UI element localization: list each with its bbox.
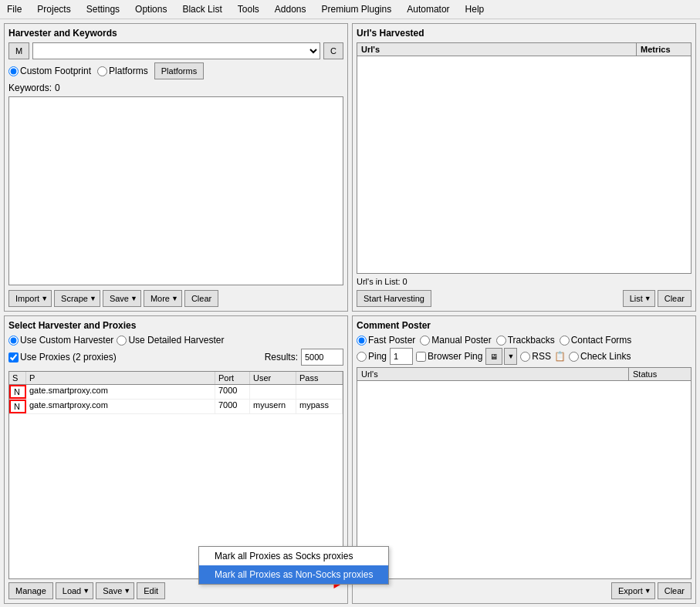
footprint-options: Custom Footprint Platforms Platforms xyxy=(8,62,343,79)
proxy-row[interactable]: N gate.smartproxy.com 7000 myusern mypas… xyxy=(9,400,343,414)
manual-poster-radio[interactable]: Manual Poster xyxy=(420,335,491,346)
urls-clear-button[interactable]: Clear xyxy=(658,290,692,307)
menu-projects[interactable]: Projects xyxy=(34,2,73,16)
context-menu-non-socks[interactable]: Mark all Proxies as Non-Socks proxies xyxy=(199,565,388,584)
urls-panel-bottom: Start Harvesting List ▼ Clear xyxy=(357,290,692,307)
proxies-title: Select Harvester and Proxies xyxy=(8,320,343,331)
load-button[interactable]: Load ▼ xyxy=(56,582,93,599)
col-s: S xyxy=(9,372,26,384)
harvester-bottom: Import ▼ Scrape ▼ Save ▼ More ▼ Clear xyxy=(8,290,343,307)
save-arrow: ▼ xyxy=(130,295,137,302)
menu-tools[interactable]: Tools xyxy=(235,2,262,16)
import-button[interactable]: Import ▼ xyxy=(8,290,52,307)
keywords-count: 0 xyxy=(55,83,60,93)
import-arrow: ▼ xyxy=(41,295,48,302)
browser-ping-icon[interactable]: 🖥 xyxy=(485,348,502,365)
urls-table-header: Url's Metrics xyxy=(357,43,691,56)
load-arrow: ▼ xyxy=(83,587,90,595)
ping-row: Ping Browser Ping 🖥 ▼ RSS 📋 Check Links xyxy=(357,348,692,365)
col-user: User xyxy=(250,372,296,384)
comment-col-urls: Url's xyxy=(357,368,629,380)
col-urls: Url's xyxy=(357,43,637,56)
harvester-type-row: Use Custom Harvester Use Detailed Harves… xyxy=(8,335,343,346)
proxies-save-button[interactable]: Save ▼ xyxy=(96,582,134,599)
ping-input[interactable] xyxy=(390,348,413,365)
platforms-button[interactable]: Platforms xyxy=(154,62,204,79)
menu-options[interactable]: Options xyxy=(132,2,170,16)
list-arrow: ▼ xyxy=(644,295,651,302)
start-harvesting-button[interactable]: Start Harvesting xyxy=(357,290,431,307)
urls-table: Url's Metrics xyxy=(357,42,692,274)
main-container: Harvester and Keywords M C Custom Footpr… xyxy=(0,19,700,607)
comment-poster-title: Comment Poster xyxy=(357,320,692,331)
rss-icons: 📋 xyxy=(554,351,566,362)
comment-poster-panel: Comment Poster Fast Poster Manual Poster… xyxy=(352,315,696,604)
proxies-save-arrow: ▼ xyxy=(123,587,130,595)
urls-panel: Url's Harvested Url's Metrics Url's in L… xyxy=(352,23,696,312)
comment-table-header: Url's Status xyxy=(357,368,691,381)
menu-automator[interactable]: Automator xyxy=(404,2,452,16)
proxy-rows-container: N gate.smartproxy.com 7000 N gate.smartp… xyxy=(9,385,343,414)
scrape-arrow: ▼ xyxy=(90,295,96,302)
keywords-box[interactable] xyxy=(8,96,343,285)
manage-button[interactable]: Manage xyxy=(8,582,53,599)
use-proxies-checkbox[interactable]: Use Proxies (2 proxies) xyxy=(8,352,117,363)
urls-title: Url's Harvested xyxy=(357,28,692,39)
menu-help[interactable]: Help xyxy=(462,2,488,16)
scrape-button[interactable]: Scrape ▼ xyxy=(54,290,100,307)
col-port: Port xyxy=(215,372,250,384)
check-links-radio[interactable]: Check Links xyxy=(569,351,631,362)
custom-harvester-radio[interactable]: Use Custom Harvester xyxy=(8,335,113,346)
contact-forms-radio[interactable]: Contact Forms xyxy=(560,335,632,346)
ping-radio[interactable]: Ping xyxy=(357,351,387,362)
export-button[interactable]: Export ▼ xyxy=(611,582,655,599)
more-arrow: ▼ xyxy=(171,295,178,302)
edit-button[interactable]: Edit xyxy=(137,582,165,599)
c-button[interactable]: C xyxy=(323,42,343,59)
browser-ping-checkbox[interactable]: Browser Ping xyxy=(416,351,482,362)
urls-in-list: Url's in List: 0 xyxy=(357,277,692,286)
proxy-row[interactable]: N gate.smartproxy.com 7000 xyxy=(9,385,343,400)
browser-ping-dropdown[interactable]: ▼ xyxy=(504,348,517,365)
menu-settings[interactable]: Settings xyxy=(83,2,123,16)
results-label: Results: xyxy=(265,352,298,363)
harvester-clear-button[interactable]: Clear xyxy=(184,290,218,307)
col-pass: Pass xyxy=(296,372,343,384)
save-button[interactable]: Save ▼ xyxy=(103,290,141,307)
proxies-options-row: Use Proxies (2 proxies) Results: xyxy=(8,349,343,366)
comment-urls-table: Url's Status xyxy=(357,367,692,579)
menu-addons[interactable]: Addons xyxy=(272,2,309,16)
poster-options: Fast Poster Manual Poster Trackbacks Con… xyxy=(357,335,692,346)
footprint-select[interactable] xyxy=(32,42,320,59)
context-menu-socks[interactable]: Mark all Proxies as Socks proxies xyxy=(199,547,388,565)
harvester-panel: Harvester and Keywords M C Custom Footpr… xyxy=(4,23,348,312)
proxy-table-header: S P Port User Pass xyxy=(9,372,343,385)
comment-poster-bottom: Export ▼ Clear xyxy=(357,582,692,599)
export-arrow: ▼ xyxy=(644,587,651,595)
fast-poster-radio[interactable]: Fast Poster xyxy=(357,335,415,346)
keywords-count-row: Keywords: 0 xyxy=(8,83,343,93)
rss-radio[interactable]: RSS xyxy=(520,351,551,362)
custom-footprint-radio[interactable]: Custom Footprint xyxy=(8,66,91,76)
more-button[interactable]: More ▼ xyxy=(144,290,182,307)
comment-col-status: Status xyxy=(629,368,691,380)
list-button[interactable]: List ▼ xyxy=(623,290,655,307)
col-metrics: Metrics xyxy=(637,43,691,56)
harvester-title: Harvester and Keywords xyxy=(8,28,343,39)
menu-blacklist[interactable]: Black List xyxy=(179,2,225,16)
comment-clear-button[interactable]: Clear xyxy=(658,582,692,599)
urls-table-body xyxy=(357,56,691,273)
trackbacks-radio[interactable]: Trackbacks xyxy=(496,335,555,346)
menu-file[interactable]: File xyxy=(4,2,25,16)
comment-table-body xyxy=(357,381,691,578)
platforms-radio[interactable]: Platforms xyxy=(97,66,148,76)
m-button[interactable]: M xyxy=(8,42,29,59)
detailed-harvester-radio[interactable]: Use Detailed Harvester xyxy=(117,335,224,346)
results-input[interactable] xyxy=(301,349,343,366)
context-menu: Mark all Proxies as Socks proxies Mark a… xyxy=(198,546,389,585)
col-p: P xyxy=(26,372,215,384)
menu-premium-plugins[interactable]: Premium Plugins xyxy=(319,2,395,16)
harvester-top-row: M C xyxy=(8,42,343,59)
menubar: File Projects Settings Options Black Lis… xyxy=(0,0,700,19)
keywords-label: Keywords: xyxy=(8,83,52,93)
